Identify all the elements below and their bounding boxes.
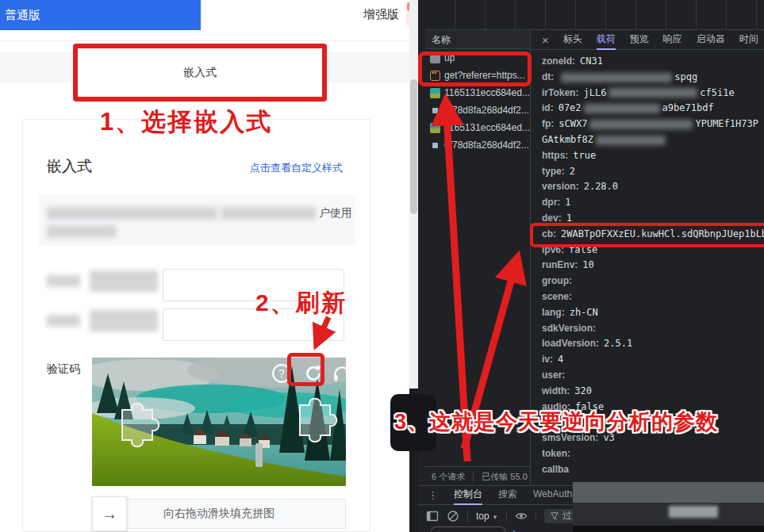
arrow-right-icon: → — [102, 505, 117, 523]
tab-标头[interactable]: 标头 — [563, 30, 582, 50]
payload-row: version:2.28.0 — [542, 179, 764, 195]
payload-value: CN31 — [580, 55, 603, 67]
page-scrollbar-thumb[interactable] — [410, 79, 417, 214]
drawer-tab-WebAuthn[interactable]: WebAuthn — [533, 485, 578, 505]
payload-key: dev: — [542, 212, 562, 224]
eye-icon[interactable] — [515, 510, 528, 522]
payload-key: dpr: — [542, 197, 560, 208]
tab-预览[interactable]: 预览 — [630, 30, 649, 50]
close-icon[interactable]: × — [542, 33, 549, 47]
image-file-icon — [430, 88, 440, 98]
description-block: 户使用 — [39, 195, 355, 246]
request-name: 0f78d8fa268d4df2... — [444, 105, 529, 116]
console-prompt-box[interactable] — [430, 526, 506, 532]
divider — [506, 511, 507, 522]
payload-value: 1 — [566, 212, 572, 224]
redacted-value — [561, 73, 672, 82]
network-name-header: 名称 — [425, 30, 530, 49]
slider-track[interactable]: 向右拖动滑块填充拼图 — [92, 499, 346, 529]
sprite-file-icon — [432, 143, 438, 148]
description-visible-tail: 户使用 — [319, 206, 352, 219]
custom-style-link[interactable]: 点击查看自定义样式 — [250, 161, 343, 175]
payload-key: width: — [542, 385, 570, 396]
more-options-icon[interactable]: ⋮ — [428, 489, 438, 501]
payload-row: type:2 — [542, 164, 764, 180]
headphones-icon[interactable] — [332, 363, 352, 384]
tab-normal-version[interactable]: 普通版 — [0, 0, 201, 30]
divider — [473, 473, 474, 482]
redacted-value — [589, 120, 693, 129]
request-name: 1165131ecc684ed... — [444, 87, 530, 98]
payload-row: user: — [542, 368, 764, 384]
payload-row: runEnv:10 — [542, 258, 764, 274]
card-title: 嵌入式 — [47, 156, 92, 177]
annotation-box-cb — [530, 223, 764, 247]
transferred-size: 已传输 55.0 — [482, 472, 527, 481]
network-request-row[interactable]: 0f78d8fa268d4df2... — [425, 136, 530, 154]
image-file-icon — [430, 123, 440, 133]
payload-value: 2 — [570, 166, 575, 177]
network-request-row[interactable]: 1165131ecc684ed... — [425, 119, 530, 136]
payload-value: 10 — [582, 259, 593, 270]
redacted-token-area — [555, 446, 730, 482]
network-request-row[interactable]: 0f78d8fa268d4df2... — [425, 101, 530, 119]
slider-handle[interactable]: → — [92, 496, 127, 531]
payload-value: 07e2 — [559, 102, 582, 113]
annotation-step1: 1、选择嵌入式 — [100, 105, 272, 139]
payload-key: user: — [542, 369, 565, 381]
request-count: 6 个请求 — [432, 472, 465, 481]
payload-key: lang: — [542, 307, 565, 318]
redacted-value — [584, 104, 660, 113]
annotation-step2: 2、刷新 — [255, 287, 347, 320]
payload-key: loadVersion: — [542, 338, 599, 349]
payload-key: irToken: — [542, 87, 578, 98]
payload-key: group: — [542, 275, 572, 286]
payload-key: type: — [542, 166, 565, 177]
annotation-box-refresh — [287, 353, 324, 386]
payload-key: id: — [542, 102, 554, 113]
tab-enhanced-version[interactable]: 增强版 — [363, 7, 399, 22]
payload-value: jLL6 — [583, 87, 606, 98]
payload-row: zoneId:CN31 — [542, 54, 764, 70]
payload-row: iv:4 — [542, 352, 764, 368]
payload-key: runEnv: — [542, 259, 578, 270]
network-status-bar: 6 个请求 已传输 55.0 — [425, 466, 530, 485]
dock-panel-icon[interactable] — [426, 510, 439, 522]
tab-启动器[interactable]: 启动器 — [697, 30, 725, 50]
payload-key: zoneId: — [542, 55, 575, 67]
svg-text:?: ? — [278, 367, 285, 380]
payload-value: spqg — [674, 71, 697, 82]
redacted-value — [90, 310, 158, 331]
payload-row: lang:zh-CN — [542, 305, 764, 321]
redacted-text — [47, 207, 217, 220]
request-name: 0f78d8fa268d4df2... — [444, 140, 529, 151]
annotation-step3: 3、这就是今天要逆向分析的参数 — [394, 408, 718, 436]
payload-value: 2.5.1 — [604, 338, 632, 349]
context-selector[interactable]: top ▼ — [476, 511, 498, 522]
payload-key: version: — [542, 181, 579, 192]
screenshot-stage: 普通版 增强版 嵌入式 嵌入式 点击查看自定义样式 户使用 — [0, 0, 764, 532]
payload-row: loadVersion:2.5.1 — [542, 336, 764, 352]
payload-row: https:true — [542, 148, 764, 164]
payload-value: cf5i1e — [700, 87, 734, 98]
payload-row: dt:spqg — [542, 70, 764, 86]
drawer-tab-搜索[interactable]: 搜索 — [498, 485, 517, 505]
redacted-label — [47, 315, 80, 327]
payload-value: a9be71bdf — [662, 102, 714, 113]
drawer-tab-控制台[interactable]: 控制台 — [454, 485, 482, 505]
payload-value: sCWX7 — [559, 118, 587, 129]
payload-row: dpr:1 — [542, 195, 764, 211]
redacted-value — [596, 136, 666, 145]
tab-响应[interactable]: 响应 — [663, 30, 682, 50]
payload-key: dt: — [542, 71, 554, 82]
funnel-icon — [551, 512, 559, 520]
tab-载荷[interactable]: 载荷 — [597, 30, 616, 50]
console-prompt-icon: › — [513, 526, 516, 532]
payload-row: GAtkmbf8Z — [542, 132, 764, 148]
payload-key: iv: — [542, 354, 553, 365]
tab-时间[interactable]: 时间 — [739, 30, 758, 50]
clear-console-icon[interactable] — [447, 510, 459, 522]
network-request-row[interactable]: 1165131ecc684ed... — [425, 84, 530, 101]
redacted-strip — [573, 526, 764, 532]
payload-value: YPUMEf1H73P — [695, 118, 758, 129]
